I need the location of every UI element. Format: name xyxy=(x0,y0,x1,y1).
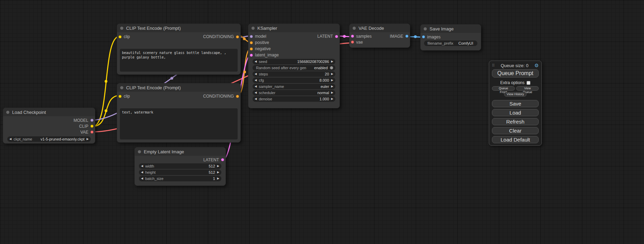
input-slot-samples[interactable]: samples xyxy=(351,34,372,39)
vae-slot-dot-icon[interactable] xyxy=(90,130,94,134)
widget-random-seed-toggle[interactable]: Random seed after every gen enabled xyxy=(253,65,335,71)
collapse-dot-icon[interactable] xyxy=(138,150,141,153)
widget-seed[interactable]: ◀ seed 156680208700286 ▶ xyxy=(253,59,335,64)
widget-scheduler[interactable]: ◀ scheduler normal ▶ xyxy=(253,90,335,96)
collapse-dot-icon[interactable] xyxy=(252,27,255,30)
increment-arrow-icon[interactable]: ▶ xyxy=(331,78,333,83)
latent-slot-dot-icon[interactable] xyxy=(221,158,224,161)
node-save-image[interactable]: Save Image images filename_prefix ComfyU… xyxy=(420,24,481,51)
clip-slot-dot-icon[interactable] xyxy=(118,35,122,38)
input-slot-vae[interactable]: vae xyxy=(351,40,363,45)
widget-batch-size[interactable]: ◀ batch_size 1 ▶ xyxy=(139,176,221,181)
node-load-checkpoint[interactable]: Load Checkpoint MODEL CLIP VAE ◀ ckpt_na… xyxy=(3,108,95,144)
decrement-arrow-icon[interactable]: ◀ xyxy=(255,96,257,102)
clear-button[interactable]: Clear xyxy=(492,127,539,134)
collapse-dot-icon[interactable] xyxy=(6,111,9,114)
negative-prompt-textarea[interactable]: text, watermark xyxy=(120,108,238,139)
decrement-arrow-icon[interactable]: ◀ xyxy=(255,90,257,96)
conditioning-slot-dot-icon[interactable] xyxy=(236,95,239,98)
save-button[interactable]: Save xyxy=(492,100,539,107)
clip-slot-dot-icon[interactable] xyxy=(90,125,94,128)
increment-arrow-icon[interactable]: ▶ xyxy=(331,96,333,102)
load-button[interactable]: Load xyxy=(492,109,539,116)
widget-ckpt-name[interactable]: ◀ ckpt_name v1-5-pruned-emaonly.ckpt ▶ xyxy=(7,136,91,142)
node-clip-text-encode-negative[interactable]: CLIP Text Encode (Prompt) clip CONDITION… xyxy=(117,83,241,143)
collapse-dot-icon[interactable] xyxy=(424,27,427,30)
conditioning-slot-dot-icon[interactable] xyxy=(250,47,253,51)
widget-denoise[interactable]: ◀ denoise 1.000 ▶ xyxy=(253,96,335,102)
increment-arrow-icon[interactable]: ▶ xyxy=(331,90,333,96)
increment-arrow-icon[interactable]: ▶ xyxy=(217,176,219,181)
decrement-arrow-icon[interactable]: ◀ xyxy=(255,78,257,83)
input-slot-latent-image[interactable]: latent_image xyxy=(250,53,279,57)
widget-width[interactable]: ◀ width 512 ▶ xyxy=(139,163,221,169)
node-title-bar[interactable]: Empty Latent Image xyxy=(135,147,226,156)
increment-arrow-icon[interactable]: ▶ xyxy=(217,163,219,169)
toggle-knob-icon[interactable] xyxy=(330,66,333,70)
decrement-arrow-icon[interactable]: ◀ xyxy=(255,59,257,64)
output-slot-latent[interactable]: LATENT xyxy=(203,157,224,162)
node-vae-decode[interactable]: VAE Decode samples IMAGE vae xyxy=(349,24,410,48)
increment-arrow-icon[interactable]: ▶ xyxy=(331,71,333,77)
image-slot-dot-icon[interactable] xyxy=(422,35,425,38)
input-slot-positive[interactable]: positive xyxy=(250,40,269,45)
conditioning-slot-dot-icon[interactable] xyxy=(250,41,253,44)
node-title-bar[interactable]: VAE Decode xyxy=(350,24,410,32)
output-slot-conditioning[interactable]: CONDITIONING xyxy=(203,94,239,99)
refresh-button[interactable]: Refresh xyxy=(492,118,539,125)
node-title-bar[interactable]: Load Checkpoint xyxy=(3,108,95,116)
node-title-bar[interactable]: Save Image xyxy=(421,25,481,33)
output-slot-image[interactable]: IMAGE xyxy=(390,34,408,39)
widget-steps[interactable]: ◀ steps 20 ▶ xyxy=(253,71,335,77)
latent-slot-dot-icon[interactable] xyxy=(250,54,253,57)
widget-height[interactable]: ◀ height 512 ▶ xyxy=(139,170,221,175)
extra-options-checkbox[interactable] xyxy=(527,81,530,85)
node-ksampler[interactable]: KSampler model LATENT positive negative xyxy=(248,24,340,108)
vae-slot-dot-icon[interactable] xyxy=(351,40,354,44)
input-slot-negative[interactable]: negative xyxy=(250,46,271,51)
input-slot-clip[interactable]: clip xyxy=(118,94,130,99)
input-slot-model[interactable]: model xyxy=(250,34,266,39)
increment-arrow-icon[interactable]: ▶ xyxy=(331,84,333,89)
latent-slot-dot-icon[interactable] xyxy=(335,35,338,38)
input-slot-images[interactable]: images xyxy=(422,35,441,39)
view-queue-button[interactable]: View Queue xyxy=(516,86,539,91)
decrement-arrow-icon[interactable]: ◀ xyxy=(141,176,143,181)
collapse-dot-icon[interactable] xyxy=(353,27,356,30)
output-slot-clip[interactable]: CLIP xyxy=(79,124,94,129)
image-slot-dot-icon[interactable] xyxy=(405,35,408,38)
output-slot-model[interactable]: MODEL xyxy=(73,118,94,123)
decrement-arrow-icon[interactable]: ◀ xyxy=(9,136,11,142)
settings-gear-icon[interactable]: ⚙ xyxy=(534,63,539,68)
collapse-dot-icon[interactable] xyxy=(120,27,123,30)
queue-front-button[interactable]: Queue Front xyxy=(492,86,515,91)
positive-prompt-textarea[interactable]: beautiful scenery nature glass bottle la… xyxy=(120,49,238,72)
load-default-button[interactable]: Load Default xyxy=(492,136,539,143)
input-slot-clip[interactable]: clip xyxy=(118,34,130,39)
output-slot-latent[interactable]: LATENT xyxy=(317,34,338,39)
node-clip-text-encode-positive[interactable]: CLIP Text Encode (Prompt) clip CONDITION… xyxy=(117,24,241,75)
model-slot-dot-icon[interactable] xyxy=(90,119,94,122)
node-title-bar[interactable]: KSampler xyxy=(248,24,339,32)
decrement-arrow-icon[interactable]: ◀ xyxy=(255,71,257,77)
widget-filename-prefix[interactable]: filename_prefix ComfyUI xyxy=(424,40,477,46)
widget-sampler-name[interactable]: ◀ sampler_name euler ▶ xyxy=(253,84,335,89)
node-title-bar[interactable]: CLIP Text Encode (Prompt) xyxy=(117,83,240,92)
model-slot-dot-icon[interactable] xyxy=(250,35,253,38)
drag-handle-icon[interactable]: ⠿ xyxy=(492,63,495,68)
decrement-arrow-icon[interactable]: ◀ xyxy=(141,163,143,169)
latent-slot-dot-icon[interactable] xyxy=(351,35,354,38)
clip-slot-dot-icon[interactable] xyxy=(118,95,122,98)
queue-prompt-button[interactable]: Queue Prompt xyxy=(492,69,539,78)
node-empty-latent-image[interactable]: Empty Latent Image LATENT ◀ width 512 ▶ … xyxy=(134,147,226,186)
output-slot-vae[interactable]: VAE xyxy=(80,130,94,135)
output-slot-conditioning[interactable]: CONDITIONING xyxy=(203,34,239,39)
decrement-arrow-icon[interactable]: ◀ xyxy=(255,84,257,89)
decrement-arrow-icon[interactable]: ◀ xyxy=(141,170,143,175)
increment-arrow-icon[interactable]: ▶ xyxy=(87,136,89,142)
increment-arrow-icon[interactable]: ▶ xyxy=(331,59,333,64)
conditioning-slot-dot-icon[interactable] xyxy=(236,35,239,38)
view-history-button[interactable]: View History xyxy=(504,92,527,97)
increment-arrow-icon[interactable]: ▶ xyxy=(217,170,219,175)
node-title-bar[interactable]: CLIP Text Encode (Prompt) xyxy=(117,24,240,32)
